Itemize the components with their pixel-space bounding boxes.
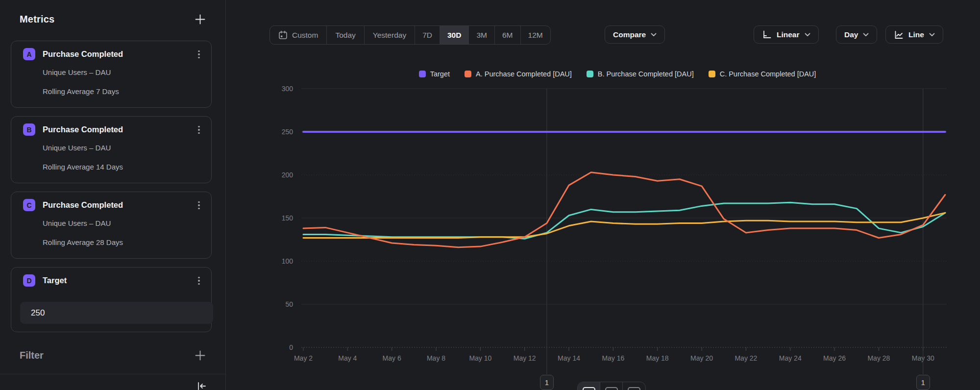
range-yesterday[interactable]: Yesterday bbox=[365, 26, 415, 44]
metric-measure: Unique Users – DAU bbox=[43, 219, 111, 227]
metric-card-c[interactable]: C Purchase Completed Unique Users – DAU … bbox=[11, 192, 212, 259]
svg-text:May 2: May 2 bbox=[294, 354, 313, 362]
svg-text:May 24: May 24 bbox=[779, 354, 802, 362]
svg-text:May 22: May 22 bbox=[735, 354, 757, 362]
metrics-sidebar: Metrics A Purchase Completed Unique User… bbox=[0, 0, 226, 390]
range-label: Today bbox=[335, 31, 355, 40]
granularity-select-button[interactable]: Day bbox=[836, 25, 877, 44]
range-label: Yesterday bbox=[373, 31, 406, 40]
svg-text:200: 200 bbox=[282, 171, 294, 179]
svg-text:May 8: May 8 bbox=[427, 354, 445, 362]
scale-select-button[interactable]: Linear bbox=[754, 25, 819, 44]
legend-swatch bbox=[419, 71, 426, 77]
scale-label: Linear bbox=[777, 30, 800, 39]
metric-title: Purchase Completed bbox=[43, 49, 123, 59]
target-card[interactable]: D Target 250 bbox=[11, 267, 212, 332]
range-label: 3M bbox=[476, 31, 487, 40]
svg-text:May 28: May 28 bbox=[867, 354, 890, 362]
range-3m[interactable]: 3M bbox=[469, 26, 495, 44]
metric-badge: A bbox=[23, 48, 35, 60]
line-chart-icon bbox=[894, 30, 904, 40]
metrics-title: Metrics bbox=[20, 14, 54, 25]
chevron-down-icon bbox=[863, 33, 869, 37]
svg-text:50: 50 bbox=[285, 300, 293, 308]
legend-swatch bbox=[587, 71, 593, 77]
metric-measure: Unique Users – DAU bbox=[43, 68, 111, 76]
legend-item-target[interactable]: Target bbox=[419, 70, 450, 78]
plus-icon bbox=[195, 14, 206, 25]
linear-axes-icon bbox=[762, 30, 772, 40]
metric-menu-button[interactable] bbox=[194, 123, 204, 136]
line-chart-canvas: 050100150200250300May 2May 4May 6May 8Ma… bbox=[274, 83, 960, 390]
collapse-sidebar-button[interactable] bbox=[196, 380, 208, 390]
legend-label: B. Purchase Completed [DAU] bbox=[598, 70, 694, 78]
svg-text:May 14: May 14 bbox=[558, 354, 580, 362]
compare-label: Compare bbox=[613, 30, 646, 39]
metrics-dashboard: { "sidebar": { "metrics_title": "Metrics… bbox=[0, 0, 980, 390]
legend-item-a[interactable]: A. Purchase Completed [DAU] bbox=[465, 70, 572, 78]
legend-label: A. Purchase Completed [DAU] bbox=[476, 70, 572, 78]
view-toggle-chart[interactable] bbox=[578, 382, 600, 390]
compare-button[interactable]: Compare bbox=[605, 25, 665, 44]
legend-label: Target bbox=[430, 70, 450, 78]
svg-text:0: 0 bbox=[289, 343, 293, 351]
target-title: Target bbox=[43, 276, 67, 285]
range-6m[interactable]: 6M bbox=[495, 26, 521, 44]
svg-text:May 16: May 16 bbox=[602, 354, 624, 362]
svg-text:May 18: May 18 bbox=[646, 354, 669, 362]
range-label: 7D bbox=[422, 31, 432, 40]
svg-text:May 20: May 20 bbox=[690, 354, 713, 362]
sidebar-divider bbox=[0, 374, 225, 374]
range-12m[interactable]: 12M bbox=[521, 26, 550, 44]
add-filter-button[interactable] bbox=[195, 350, 206, 361]
metric-menu-button[interactable] bbox=[194, 199, 204, 212]
collapse-left-icon bbox=[196, 380, 208, 390]
filter-header: Filter bbox=[20, 350, 206, 361]
metric-badge: D bbox=[23, 274, 35, 287]
range-custom[interactable]: Custom bbox=[270, 26, 327, 44]
add-metric-button[interactable] bbox=[195, 14, 206, 25]
view-toggle-split[interactable] bbox=[623, 382, 645, 390]
metric-transform: Rolling Average 28 Days bbox=[43, 238, 123, 246]
range-label: 12M bbox=[528, 31, 543, 40]
svg-text:May 6: May 6 bbox=[383, 354, 401, 362]
metric-card-b[interactable]: B Purchase Completed Unique Users – DAU … bbox=[11, 116, 212, 183]
table-view-icon bbox=[605, 387, 618, 390]
metric-card-a[interactable]: A Purchase Completed Unique Users – DAU … bbox=[11, 41, 212, 108]
plus-icon bbox=[195, 350, 206, 361]
legend-swatch bbox=[709, 71, 715, 77]
chevron-down-icon bbox=[651, 33, 657, 37]
legend-item-c[interactable]: C. Purchase Completed [DAU] bbox=[709, 70, 816, 78]
legend-label: C. Purchase Completed [DAU] bbox=[720, 70, 816, 78]
calendar-icon bbox=[278, 30, 288, 40]
filter-title: Filter bbox=[20, 350, 44, 361]
chevron-down-icon bbox=[929, 33, 935, 37]
date-range-control: Custom Today Yesterday 7D 30D 3M 6M 12M bbox=[270, 25, 551, 45]
svg-text:300: 300 bbox=[282, 85, 294, 93]
metric-menu-button[interactable] bbox=[194, 48, 204, 61]
metric-transform: Rolling Average 7 Days bbox=[43, 87, 119, 96]
view-toggle-control bbox=[577, 382, 646, 390]
range-30d[interactable]: 30D bbox=[440, 26, 469, 44]
range-7d[interactable]: 7D bbox=[415, 26, 440, 44]
svg-text:May 10: May 10 bbox=[469, 354, 491, 362]
chart-type-select-button[interactable]: Line bbox=[885, 25, 943, 44]
annotation-badge[interactable]: 1 bbox=[916, 375, 930, 390]
annotation-badge[interactable]: 1 bbox=[540, 375, 554, 390]
chevron-down-icon bbox=[805, 33, 810, 37]
legend-item-b[interactable]: B. Purchase Completed [DAU] bbox=[587, 70, 694, 78]
svg-text:May 12: May 12 bbox=[514, 354, 536, 362]
metrics-header: Metrics bbox=[20, 14, 206, 25]
chart-type-label: Line bbox=[908, 30, 924, 39]
metric-menu-button[interactable] bbox=[194, 274, 204, 287]
target-value-input[interactable]: 250 bbox=[20, 302, 213, 324]
split-view-icon bbox=[628, 387, 640, 390]
chart-legend: Target A. Purchase Completed [DAU] B. Pu… bbox=[274, 70, 960, 78]
granularity-label: Day bbox=[844, 30, 858, 39]
view-toggle-table[interactable] bbox=[600, 382, 623, 390]
range-today[interactable]: Today bbox=[327, 26, 364, 44]
metric-badge: C bbox=[23, 199, 35, 211]
range-label: 6M bbox=[502, 31, 513, 40]
metric-title: Purchase Completed bbox=[43, 200, 123, 210]
metric-title: Purchase Completed bbox=[43, 125, 123, 134]
